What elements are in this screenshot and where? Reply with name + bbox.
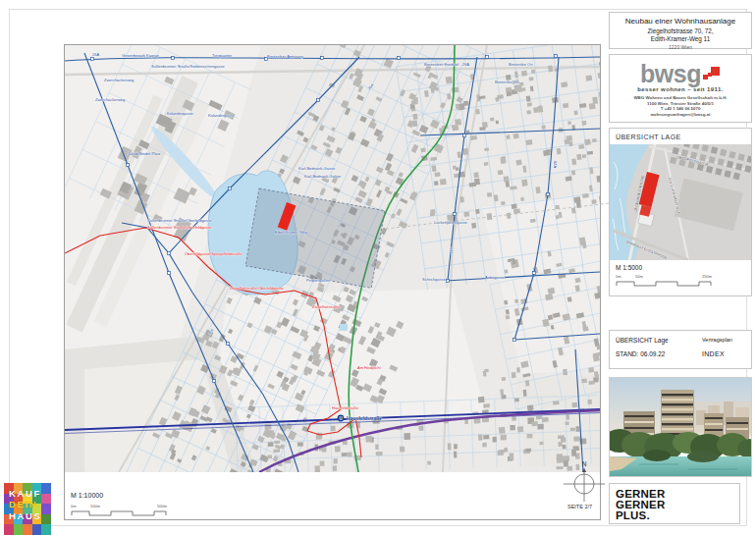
map-label: Aribogasse [485, 275, 506, 280]
architect-logo: GERNER GERNER PLUS. [609, 483, 740, 524]
main-map-frame: U26AGewerbepark KagranTierquartierBreite… [64, 44, 601, 520]
overview-section: ÜBERSICHT LAGE OBERFELDGASSEZIEGELHOFSTR… [609, 128, 752, 296]
stamp-stand: STAND: 06.09.22 [616, 350, 698, 357]
project-title: Neubau einer Wohnhausanlage [610, 17, 751, 26]
map-label: Karl-Bednarik-Gasse [304, 174, 342, 179]
kdh-line-1: KAUF [9, 488, 41, 499]
scalebar-end: 500m [157, 504, 168, 508]
map-label: Edith-Kramer-Weg [275, 230, 307, 235]
ovw-scalebar-0: 0m [616, 274, 621, 279]
kdh-tile [41, 514, 51, 525]
kdh-tile [41, 524, 51, 535]
map-label: Kolandergasse [208, 113, 235, 118]
overview-scale: M 1:5000 [610, 260, 751, 271]
scalebar-0: 0m [71, 504, 77, 508]
map-label: Pirquetgasse [306, 278, 330, 283]
kauf-dein-haus-logo: KAUF DEIN HAUS [4, 483, 51, 535]
bwsg-logo-squares-icon [703, 65, 721, 84]
project-city: 1220 Wien [610, 44, 751, 50]
svg-text:U: U [339, 416, 342, 421]
project-address-2: Edith-Kramer-Weg 11 [610, 35, 751, 42]
map-label: Ziegelhofstraße/Oberfeldgasse [230, 286, 285, 291]
project-rendering-image [609, 377, 752, 477]
map-label: Tierquartier [212, 53, 233, 58]
map-label: Ziegelhofstraße [312, 304, 341, 309]
map-label: Hausfeldstraße [347, 415, 382, 421]
map-label: Kolandergasse [167, 111, 193, 116]
scalebar-mid: 100m [90, 504, 101, 508]
map-label: Hausfeldstraße [332, 405, 359, 410]
main-map-scale: M 1:10000 [71, 492, 103, 499]
kdh-tile [41, 494, 51, 505]
scalebar-steps [72, 511, 166, 515]
stamp-title: ÜBERSICHT Lage [616, 337, 698, 344]
kdh-tile [32, 524, 42, 535]
main-map: U26AGewerbepark KagranTierquartierBreite… [65, 45, 600, 472]
rendering-scene [610, 378, 751, 476]
map-label: Gewerbepark Kagran [122, 53, 159, 58]
ovw-scalebar-end: 250m [702, 274, 713, 279]
architect-line-3: PLUS. [616, 510, 739, 521]
overview-map: OBERFELDGASSEZIEGELHOFSTRASSEEDITH-KRAME… [610, 144, 751, 260]
ovw-scalebar-steps [617, 282, 711, 286]
bwsg-logo: bwsg [640, 63, 701, 84]
map-label: Schrickgasse [422, 277, 447, 282]
kdh-tile [23, 524, 32, 535]
map-label: Jakob-Bindel-Platz [128, 151, 160, 156]
map-label: Breitenleer Amtsweg [267, 54, 303, 59]
map-label: Oberfeldgasse/Spargelfeldstraße [185, 251, 243, 256]
map-label: Süßenbrunner Straße/Oberfeldgasse [147, 225, 213, 230]
kdh-tile [14, 524, 24, 535]
kdh-tile [41, 483, 51, 494]
ovw-scalebar-mid: 50m [635, 274, 643, 279]
company-email: wohnungsanfragen@bwsg.at [610, 112, 751, 118]
stamp-block: ÜBERSICHT Lage STAND: 06.09.22 Vertragsp… [609, 330, 752, 369]
kdh-tile [41, 504, 51, 514]
page-number: SEITE 2/7 [567, 504, 592, 509]
stamp-plan-type: Vertragsplan [702, 337, 732, 343]
bwsg-tagline: besser wohnen – seit 1911. [610, 86, 751, 92]
plan-sheet: U26AGewerbepark KagranTierquartierBreite… [0, 0, 756, 535]
overview-scalebar: 0m 50m 250m [616, 273, 724, 289]
map-label: Am Heidjöchl [357, 365, 381, 370]
map-label: 26A [92, 52, 99, 57]
map-label: Karl-Bednarik-Gasse [298, 166, 336, 171]
map-label: Süßenbrunner Straße/Siebeneichengasse [151, 64, 225, 69]
map-label: Süßenbrunner Straße/Oberfeldgasse [147, 218, 213, 223]
map-label: Zwerchäckerweg [95, 97, 125, 102]
main-map-scalebar: 0m 100m 500m [71, 503, 179, 518]
title-block: Neubau einer Wohnhausanlage Ziegelhofstr… [609, 12, 752, 49]
kdh-line-3: HAUS [9, 510, 41, 521]
stamp-index: INDEX [702, 350, 732, 357]
map-label: 84A [553, 161, 558, 168]
map-label: Breitenlee Ort [495, 80, 520, 84]
map-label: Zwerchäckerweg [104, 78, 134, 82]
kdh-tile [4, 524, 14, 535]
compass-north-label: N [582, 460, 587, 467]
project-address-1: Ziegelhofstrasse 70, 72, [610, 27, 751, 34]
overview-label: ÜBERSICHT LAGE [610, 129, 751, 144]
company-block: bwsg besser wohnen – seit 1911. WBG Wohn… [609, 54, 752, 123]
map-label: Breitenlee Ort [509, 62, 534, 67]
kdh-line-2: DEIN [9, 499, 41, 509]
map-label: Breitenleer Friedhof - 26A [424, 62, 469, 67]
north-arrow-icon: N [562, 455, 609, 504]
map-label: Lackenjöchelgasse [434, 220, 468, 225]
